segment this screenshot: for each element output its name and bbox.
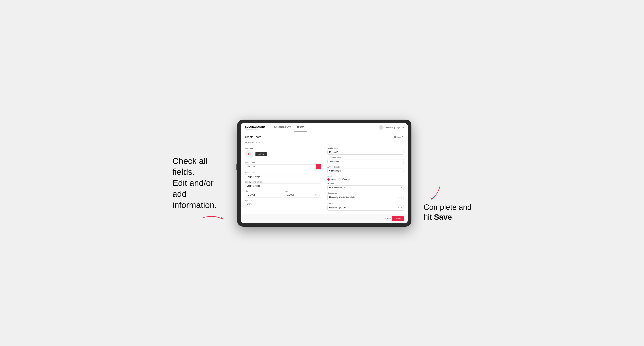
display-name-group: Display name (unique)	[245, 181, 321, 188]
state-label: State	[284, 190, 322, 192]
zip-input[interactable]	[245, 202, 321, 207]
state-clear-icon[interactable]: ✕	[315, 194, 317, 196]
region-controls: ✕ ▼	[398, 207, 402, 209]
region-value: Region II - (M) DIII	[329, 207, 346, 209]
sign-out-link[interactable]: Sign out	[396, 127, 404, 129]
team-colour-input[interactable]	[245, 164, 316, 169]
upload-label: Upload	[258, 153, 264, 155]
page-header: Create Team Cancel ✕	[245, 135, 404, 139]
upload-button[interactable]: Upload	[256, 152, 267, 156]
conference-select[interactable]: University Athletic Association	[327, 195, 404, 200]
user-text: Test User |	[385, 127, 395, 129]
nav-links: TOURNAMENTS TEAMS	[271, 123, 379, 132]
left-annotation: Check all fields. Edit and/or add inform…	[172, 123, 225, 223]
tablet-frame: SCOREBOARD Powered by clippit TOURNAMENT…	[237, 120, 412, 227]
zip-group: Zip code	[245, 199, 321, 207]
modal-footer: Cancel Save	[241, 214, 408, 223]
conference-group: Conference University Athletic Associati…	[327, 192, 404, 200]
close-icon: ✕	[402, 136, 404, 138]
logo-circle: C	[245, 150, 254, 159]
gender-row: Mens Womens	[327, 178, 404, 181]
team-name-input[interactable]	[245, 174, 321, 179]
footer-save-label: Save	[396, 217, 400, 220]
assistant-coach-input[interactable]	[327, 159, 404, 164]
team-name-group: Team name	[245, 172, 321, 179]
footer-cancel-label: Cancel	[384, 217, 390, 220]
left-arrow-icon	[201, 213, 225, 223]
region-clear-icon[interactable]: ✕	[398, 207, 400, 209]
womens-radio-icon[interactable]	[338, 178, 341, 181]
brand-subtitle: Powered by clippit	[245, 128, 265, 130]
main-content: Create Team Cancel ✕ TEAM DETAILS Team l…	[241, 132, 408, 214]
annotation-save-bold: Save	[434, 213, 452, 221]
gender-group: Gender Mens Womens	[327, 175, 404, 181]
form-right: Head Coach Assistant Coach Athletic Dire…	[327, 147, 404, 211]
gender-mens-option[interactable]: Mens	[327, 178, 336, 181]
annotation-right-line2: hit	[424, 213, 434, 221]
region-group: Region Region II - (M) DIII ✕ ▼	[327, 202, 404, 211]
nav-tournaments[interactable]: TOURNAMENTS	[271, 123, 294, 132]
color-swatch[interactable]	[316, 164, 321, 170]
city-state-row: City State ✕ ▼	[245, 190, 321, 197]
assistant-coach-group: Assistant Coach	[327, 157, 404, 164]
footer-save-button[interactable]: Save	[392, 216, 404, 221]
assistant-coach-label: Assistant Coach	[327, 157, 404, 159]
brand-title: SCOREBOARD	[245, 125, 265, 128]
color-input-row	[245, 164, 321, 170]
conference-controls: ✕ ▼	[398, 196, 402, 198]
division-select[interactable]: NCAA Division III	[327, 185, 404, 190]
brand: SCOREBOARD Powered by clippit	[245, 125, 265, 130]
region-select-wrapper: Region II - (M) DIII ✕ ▼	[327, 205, 404, 211]
city-label: City	[245, 190, 282, 192]
team-logo-section: Team logo C Upload	[245, 147, 321, 159]
gender-label: Gender	[327, 175, 404, 177]
header-cancel-button[interactable]: Cancel ✕	[394, 136, 404, 138]
display-name-label: Display name (unique)	[245, 181, 321, 183]
svg-marker-0	[221, 217, 223, 219]
womens-label: Womens	[342, 178, 350, 180]
team-logo-label: Team logo	[245, 147, 321, 149]
navbar: SCOREBOARD Powered by clippit TOURNAMENT…	[241, 123, 408, 132]
zip-label: Zip code	[245, 199, 321, 201]
mens-radio-icon[interactable]	[327, 178, 330, 181]
gender-womens-option[interactable]: Womens	[338, 178, 350, 181]
annotation-right-line1: Complete and	[424, 203, 472, 211]
user-avatar	[379, 125, 384, 130]
footer-cancel-button[interactable]: Cancel	[384, 217, 390, 220]
page-title: Create Team	[245, 135, 261, 139]
division-group: Division NCAA Division III ▼	[327, 183, 404, 190]
region-label: Region	[327, 202, 404, 204]
tablet-screen: SCOREBOARD Powered by clippit TOURNAMENT…	[241, 123, 408, 223]
logo-row: C Upload	[245, 150, 321, 159]
division-label: Division	[327, 183, 404, 185]
header-cancel-label: Cancel	[394, 136, 401, 138]
region-select[interactable]: Region II - (M) DIII	[327, 205, 404, 211]
annotation-period: .	[452, 213, 454, 221]
conference-clear-icon[interactable]: ✕	[398, 196, 400, 198]
state-select-wrapper: ✕ ▼	[284, 193, 322, 197]
head-coach-group: Head Coach	[327, 147, 404, 155]
display-name-input[interactable]	[245, 183, 321, 188]
city-input[interactable]	[245, 193, 282, 197]
annotation-line3: information.	[172, 200, 217, 210]
city-group: City	[245, 190, 282, 197]
right-arrow-icon	[424, 184, 444, 201]
division-select-wrapper: NCAA Division III ▼	[327, 185, 404, 190]
athletic-director-input[interactable]	[327, 169, 404, 173]
team-name-label: Team name	[245, 172, 321, 173]
mens-label: Mens	[330, 178, 336, 180]
conference-select-wrapper: University Athletic Association ✕ ▼	[327, 195, 404, 200]
head-coach-input[interactable]	[327, 150, 404, 155]
right-annotation: Complete and hit Save.	[424, 124, 472, 222]
head-coach-label: Head Coach	[327, 147, 404, 149]
nav-teams[interactable]: TEAMS	[294, 123, 307, 132]
team-colour-group: Team colour	[245, 161, 321, 170]
annotation-line1: Check all fields.	[172, 156, 208, 177]
conference-value: University Athletic Association	[329, 196, 356, 198]
form-grid: Team logo C Upload	[245, 147, 404, 211]
conference-label: Conference	[327, 192, 404, 194]
region-chevron-icon: ▼	[401, 207, 402, 209]
annotation-line2: Edit and/or add	[172, 178, 214, 199]
section-label: TEAM DETAILS	[245, 142, 404, 145]
city-state-group: City State ✕ ▼	[245, 190, 321, 197]
